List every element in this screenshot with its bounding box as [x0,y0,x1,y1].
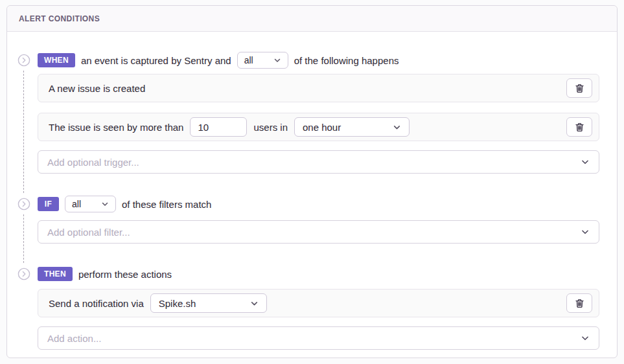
delete-action-button[interactable] [566,293,592,313]
delete-condition-button[interactable] [566,117,592,137]
add-filter-select[interactable]: Add optional filter... [38,220,599,244]
chevron-down-icon [273,56,281,64]
when-label-row: WHEN an event is captured by Sentry and … [38,52,599,69]
step-connector-line [23,71,24,193]
if-badge: IF [38,197,59,211]
then-text-after: perform these actions [78,269,172,280]
chevron-down-icon [581,157,590,166]
if-match-select-value: all [72,199,81,209]
when-badge: WHEN [38,53,75,67]
condition-text-before: The issue is seen by more than [49,122,183,133]
add-trigger-placeholder: Add optional trigger... [47,157,139,168]
step-when: WHEN an event is captured by Sentry and … [17,52,599,174]
add-action-placeholder: Add action... [47,333,101,344]
then-label-row: THEN perform these actions [38,266,599,282]
chevron-down-icon [393,123,401,131]
notification-service-select[interactable]: Spike.sh [150,293,267,313]
trash-icon [575,122,584,132]
add-trigger-select[interactable]: Add optional trigger... [38,150,599,174]
when-match-select[interactable]: all [237,52,288,69]
panel-body: WHEN an event is captured by Sentry and … [7,32,617,361]
interval-select[interactable]: one hour [294,117,410,137]
step-connector-line [23,214,24,263]
action-text-before: Send a notification via [49,298,144,309]
chevron-down-icon [101,200,109,208]
when-text-after: of the following happens [294,55,399,66]
step-when-rail [17,52,30,174]
trash-icon [575,299,584,308]
if-text-after: of these filters match [122,199,211,210]
panel-title: ALERT CONDITIONS [19,14,100,23]
condition-row-seen-by-users: The issue is seen by more than users in … [38,113,599,141]
chevron-right-circle-icon [17,54,30,67]
delete-condition-button[interactable] [566,78,592,98]
condition-text-after: users in [253,122,288,133]
step-if-rail [17,196,30,244]
chevron-down-icon [581,227,590,236]
add-filter-placeholder: Add optional filter... [47,227,130,238]
step-then-rail [17,266,30,350]
then-badge: THEN [38,267,73,281]
condition-text: A new issue is created [49,83,145,94]
step-then: THEN perform these actions Send a notifi… [17,266,599,350]
panel-header: ALERT CONDITIONS [7,6,617,32]
chevron-right-circle-icon [17,198,30,210]
when-text-before: an event is captured by Sentry and [81,55,231,66]
if-label-row: IF all of these filters match [38,196,599,212]
chevron-down-icon [581,334,590,343]
trash-icon [575,84,584,93]
user-count-input[interactable] [190,117,247,137]
step-if: IF all of these filters match Add option… [17,196,599,244]
when-match-select-value: all [244,55,253,65]
chevron-down-icon [250,299,259,308]
action-row-notification: Send a notification via Spike.sh [38,289,599,317]
if-match-select[interactable]: all [65,196,116,212]
interval-select-value: one hour [303,122,341,133]
add-action-select[interactable]: Add action... [38,326,599,350]
alert-conditions-panel: ALERT CONDITIONS WHEN an event is captur… [6,5,618,358]
notification-service-select-value: Spike.sh [159,298,196,309]
condition-row-new-issue: A new issue is created [38,74,599,102]
chevron-right-circle-icon [17,267,30,280]
